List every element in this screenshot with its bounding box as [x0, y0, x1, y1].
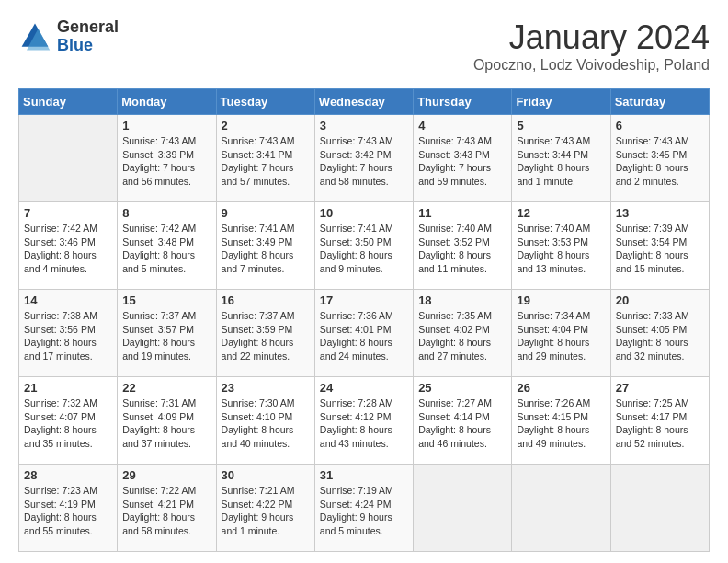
calendar-cell: 5Sunrise: 7:43 AM Sunset: 3:44 PM Daylig… — [512, 115, 610, 202]
calendar-cell: 1Sunrise: 7:43 AM Sunset: 3:39 PM Daylig… — [118, 115, 216, 202]
calendar-cell: 6Sunrise: 7:43 AM Sunset: 3:45 PM Daylig… — [610, 115, 709, 202]
calendar-cell: 9Sunrise: 7:41 AM Sunset: 3:49 PM Daylig… — [216, 202, 314, 290]
day-info: Sunrise: 7:40 AM Sunset: 3:53 PM Dayligh… — [517, 222, 605, 276]
weekday-header-monday: Monday — [118, 89, 216, 115]
day-number: 22 — [122, 381, 210, 395]
month-title: January 2024 — [473, 18, 710, 57]
week-row-2: 7Sunrise: 7:42 AM Sunset: 3:46 PM Daylig… — [19, 202, 710, 290]
day-info: Sunrise: 7:22 AM Sunset: 4:21 PM Dayligh… — [122, 484, 210, 538]
day-number: 18 — [418, 293, 506, 307]
calendar-cell — [19, 115, 118, 202]
weekday-header-thursday: Thursday — [414, 89, 512, 115]
day-number: 15 — [122, 293, 210, 307]
day-number: 8 — [122, 206, 210, 220]
calendar-cell: 10Sunrise: 7:41 AM Sunset: 3:50 PM Dayli… — [314, 202, 413, 290]
calendar-cell: 21Sunrise: 7:32 AM Sunset: 4:07 PM Dayli… — [19, 377, 118, 465]
week-row-1: 1Sunrise: 7:43 AM Sunset: 3:39 PM Daylig… — [19, 115, 710, 202]
day-number: 17 — [320, 293, 408, 307]
day-info: Sunrise: 7:39 AM Sunset: 3:54 PM Dayligh… — [616, 222, 704, 276]
logo-blue: Blue — [57, 37, 119, 55]
day-number: 26 — [517, 381, 605, 395]
calendar-cell: 15Sunrise: 7:37 AM Sunset: 3:57 PM Dayli… — [118, 290, 216, 377]
day-info: Sunrise: 7:19 AM Sunset: 4:24 PM Dayligh… — [320, 484, 408, 538]
logo-general: General — [57, 18, 119, 37]
calendar-cell: 29Sunrise: 7:22 AM Sunset: 4:21 PM Dayli… — [118, 465, 216, 552]
day-number: 4 — [418, 119, 506, 132]
day-number: 16 — [222, 293, 310, 307]
calendar-cell: 11Sunrise: 7:40 AM Sunset: 3:52 PM Dayli… — [414, 202, 512, 290]
calendar-cell: 18Sunrise: 7:35 AM Sunset: 4:02 PM Dayli… — [414, 290, 512, 377]
day-number: 28 — [24, 468, 112, 482]
logo-icon — [18, 20, 51, 53]
day-number: 14 — [24, 293, 112, 307]
calendar-cell: 22Sunrise: 7:31 AM Sunset: 4:09 PM Dayli… — [118, 377, 216, 465]
calendar-cell: 17Sunrise: 7:36 AM Sunset: 4:01 PM Dayli… — [314, 290, 413, 377]
calendar-cell: 25Sunrise: 7:27 AM Sunset: 4:14 PM Dayli… — [414, 377, 512, 465]
calendar-cell: 3Sunrise: 7:43 AM Sunset: 3:42 PM Daylig… — [314, 115, 413, 202]
calendar-cell: 27Sunrise: 7:25 AM Sunset: 4:17 PM Dayli… — [610, 377, 709, 465]
title-block: January 2024 Opoczno, Lodz Voivodeship, … — [473, 18, 710, 74]
day-info: Sunrise: 7:23 AM Sunset: 4:19 PM Dayligh… — [24, 484, 112, 538]
day-info: Sunrise: 7:42 AM Sunset: 3:48 PM Dayligh… — [122, 222, 210, 276]
day-info: Sunrise: 7:31 AM Sunset: 4:09 PM Dayligh… — [122, 396, 210, 451]
calendar-cell — [610, 465, 709, 552]
day-info: Sunrise: 7:40 AM Sunset: 3:52 PM Dayligh… — [418, 222, 506, 276]
calendar-table: SundayMondayTuesdayWednesdayThursdayFrid… — [18, 88, 710, 552]
day-info: Sunrise: 7:33 AM Sunset: 4:05 PM Dayligh… — [616, 309, 704, 363]
day-number: 21 — [24, 381, 112, 395]
day-number: 11 — [418, 206, 506, 220]
day-info: Sunrise: 7:25 AM Sunset: 4:17 PM Dayligh… — [616, 396, 704, 451]
day-info: Sunrise: 7:42 AM Sunset: 3:46 PM Dayligh… — [24, 222, 112, 276]
calendar-cell — [414, 465, 512, 552]
weekday-header-sunday: Sunday — [19, 89, 118, 115]
day-number: 23 — [222, 381, 310, 395]
logo-text: General Blue — [57, 18, 119, 55]
day-number: 1 — [122, 119, 210, 132]
calendar-cell: 31Sunrise: 7:19 AM Sunset: 4:24 PM Dayli… — [314, 465, 413, 552]
calendar-cell: 8Sunrise: 7:42 AM Sunset: 3:48 PM Daylig… — [118, 202, 216, 290]
calendar-cell: 16Sunrise: 7:37 AM Sunset: 3:59 PM Dayli… — [216, 290, 314, 377]
day-number: 7 — [24, 206, 112, 220]
weekday-header-saturday: Saturday — [610, 89, 709, 115]
day-info: Sunrise: 7:43 AM Sunset: 3:41 PM Dayligh… — [222, 134, 310, 189]
day-info: Sunrise: 7:27 AM Sunset: 4:14 PM Dayligh… — [418, 396, 506, 451]
day-number: 27 — [616, 381, 704, 395]
day-info: Sunrise: 7:43 AM Sunset: 3:43 PM Dayligh… — [418, 134, 506, 189]
day-number: 10 — [320, 206, 408, 220]
day-number: 19 — [517, 293, 605, 307]
calendar-cell: 26Sunrise: 7:26 AM Sunset: 4:15 PM Dayli… — [512, 377, 610, 465]
day-info: Sunrise: 7:34 AM Sunset: 4:04 PM Dayligh… — [517, 309, 605, 363]
day-number: 12 — [517, 206, 605, 220]
day-info: Sunrise: 7:30 AM Sunset: 4:10 PM Dayligh… — [222, 396, 310, 451]
day-info: Sunrise: 7:43 AM Sunset: 3:45 PM Dayligh… — [616, 134, 704, 189]
day-info: Sunrise: 7:37 AM Sunset: 3:57 PM Dayligh… — [122, 309, 210, 363]
calendar-cell: 13Sunrise: 7:39 AM Sunset: 3:54 PM Dayli… — [610, 202, 709, 290]
day-info: Sunrise: 7:37 AM Sunset: 3:59 PM Dayligh… — [222, 309, 310, 363]
calendar-cell: 4Sunrise: 7:43 AM Sunset: 3:43 PM Daylig… — [414, 115, 512, 202]
location: Opoczno, Lodz Voivodeship, Poland — [473, 57, 710, 74]
day-info: Sunrise: 7:36 AM Sunset: 4:01 PM Dayligh… — [320, 309, 408, 363]
weekday-header-tuesday: Tuesday — [216, 89, 314, 115]
day-info: Sunrise: 7:21 AM Sunset: 4:22 PM Dayligh… — [222, 484, 310, 538]
day-info: Sunrise: 7:32 AM Sunset: 4:07 PM Dayligh… — [24, 396, 112, 451]
day-info: Sunrise: 7:28 AM Sunset: 4:12 PM Dayligh… — [320, 396, 408, 451]
logo: General Blue — [18, 18, 119, 55]
day-number: 3 — [320, 119, 408, 132]
calendar-cell: 12Sunrise: 7:40 AM Sunset: 3:53 PM Dayli… — [512, 202, 610, 290]
calendar-cell: 24Sunrise: 7:28 AM Sunset: 4:12 PM Dayli… — [314, 377, 413, 465]
calendar-cell: 28Sunrise: 7:23 AM Sunset: 4:19 PM Dayli… — [19, 465, 118, 552]
page-header: General Blue January 2024 Opoczno, Lodz … — [18, 18, 710, 74]
weekday-header-wednesday: Wednesday — [314, 89, 413, 115]
day-info: Sunrise: 7:41 AM Sunset: 3:49 PM Dayligh… — [222, 222, 310, 276]
day-info: Sunrise: 7:43 AM Sunset: 3:42 PM Dayligh… — [320, 134, 408, 189]
weekday-header-friday: Friday — [512, 89, 610, 115]
calendar-cell: 30Sunrise: 7:21 AM Sunset: 4:22 PM Dayli… — [216, 465, 314, 552]
day-info: Sunrise: 7:38 AM Sunset: 3:56 PM Dayligh… — [24, 309, 112, 363]
calendar-cell: 7Sunrise: 7:42 AM Sunset: 3:46 PM Daylig… — [19, 202, 118, 290]
day-info: Sunrise: 7:35 AM Sunset: 4:02 PM Dayligh… — [418, 309, 506, 363]
day-number: 30 — [222, 468, 310, 482]
calendar-cell: 2Sunrise: 7:43 AM Sunset: 3:41 PM Daylig… — [216, 115, 314, 202]
day-number: 25 — [418, 381, 506, 395]
calendar-cell — [512, 465, 610, 552]
calendar-cell: 14Sunrise: 7:38 AM Sunset: 3:56 PM Dayli… — [19, 290, 118, 377]
